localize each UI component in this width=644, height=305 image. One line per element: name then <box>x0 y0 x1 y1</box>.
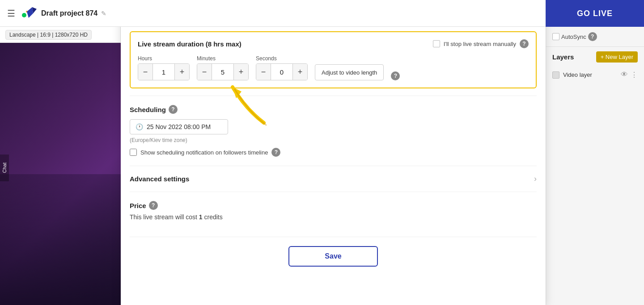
hours-decrement-button[interactable]: − <box>138 64 153 80</box>
calendar-icon: 🕐 <box>136 123 143 130</box>
chat-label: Chat <box>2 163 7 173</box>
hours-input-row: − + <box>138 63 190 80</box>
hours-field: Hours − + <box>138 55 190 80</box>
seconds-input[interactable] <box>271 64 293 80</box>
hours-input[interactable] <box>153 64 175 80</box>
svg-point-0 <box>22 13 26 17</box>
minutes-input[interactable] <box>212 64 234 80</box>
left-preview: Chat <box>0 43 121 305</box>
eye-icon[interactable]: 👁 <box>621 71 628 79</box>
autosync-help-icon[interactable]: ? <box>588 32 597 41</box>
sub-bar: Landscape | 16:9 | 1280x720 HD <box>0 27 121 43</box>
advanced-settings-section[interactable]: Advanced settings › <box>130 166 537 192</box>
layers-header: Layers + New Layer <box>552 51 638 63</box>
layer-name: Video layer <box>563 71 617 78</box>
save-section: Save <box>130 237 537 267</box>
price-help-icon[interactable]: ? <box>149 201 158 210</box>
scheduling-help-icon[interactable]: ? <box>169 105 178 114</box>
duration-section: Live stream duration (8 hrs max) I'll st… <box>130 31 537 88</box>
manual-stop-help-icon[interactable]: ? <box>520 39 529 48</box>
preview-image <box>0 43 121 305</box>
layer-actions: 👁 ⋮ <box>621 71 638 79</box>
duration-inputs: Hours − + Minutes − + Seconds <box>138 55 529 80</box>
autosync-label: AutoSync <box>561 33 586 40</box>
save-button[interactable]: Save <box>288 246 378 267</box>
duration-title: Live stream duration (8 hrs max) <box>138 40 242 48</box>
autosync-section: AutoSync ? <box>552 32 597 41</box>
autosync-checkbox[interactable] <box>552 33 559 40</box>
manual-stop-label: I'll stop live stream manually <box>444 41 516 47</box>
notification-help-icon[interactable]: ? <box>271 148 280 157</box>
top-bar: ☰ Draft project 874 ✎ GO LIVE <box>0 0 644 27</box>
scheduling-title: Scheduling ? <box>130 105 537 114</box>
price-title: Price ? <box>130 201 537 210</box>
duration-header: Live stream duration (8 hrs max) I'll st… <box>138 39 529 48</box>
seconds-field: Seconds − + <box>256 55 308 80</box>
seconds-decrement-button[interactable]: − <box>256 64 271 80</box>
price-credits: 1 <box>199 213 203 221</box>
scheduling-section: Scheduling ? 🕐 25 Nov 2022 08:00 PM (Eur… <box>130 96 537 166</box>
seconds-label: Seconds <box>256 55 308 62</box>
right-panel-header: AutoSync ? <box>546 27 644 47</box>
adjust-to-video-button[interactable]: Adjust to video length <box>315 64 384 80</box>
manual-stop-checkbox[interactable] <box>433 40 440 47</box>
hours-increment-button[interactable]: + <box>175 64 189 80</box>
minutes-decrement-button[interactable]: − <box>197 64 212 80</box>
chevron-right-icon: › <box>534 174 537 184</box>
go-live-button[interactable]: GO LIVE <box>546 0 644 27</box>
layers-title: Layers <box>552 53 574 61</box>
seconds-input-row: − + <box>256 63 308 80</box>
edit-icon[interactable]: ✎ <box>101 10 106 17</box>
minutes-input-row: − + <box>197 63 249 80</box>
layer-thumbnail <box>552 71 559 79</box>
hours-label: Hours <box>138 55 190 62</box>
notification-label: Show scheduling notification on follower… <box>140 149 268 156</box>
modal-dialog: Live stream duration (8 hrs max) I'll st… <box>121 0 546 305</box>
date-value: 25 Nov 2022 08:00 PM <box>147 123 211 130</box>
adjust-help-icon[interactable]: ? <box>391 71 400 80</box>
manual-stop-section: I'll stop live stream manually ? <box>433 39 529 48</box>
notification-checkbox[interactable] <box>130 149 137 156</box>
hamburger-icon[interactable]: ☰ <box>7 8 15 19</box>
chat-tab[interactable]: Chat <box>0 155 9 181</box>
price-text: This live stream will cost 1 credits <box>130 213 537 221</box>
timezone-label: (Europe/Kiev time zone) <box>130 137 537 143</box>
price-section: Price ? This live stream will cost 1 cre… <box>130 192 537 230</box>
logo-icon <box>21 5 37 21</box>
new-layer-button[interactable]: + New Layer <box>596 51 638 63</box>
resolution-badge: Landscape | 16:9 | 1280x720 HD <box>5 30 92 40</box>
minutes-label: Minutes <box>197 55 249 62</box>
right-panel: AutoSync ? Layers + New Layer Video laye… <box>546 27 644 305</box>
advanced-title: Advanced settings <box>130 175 189 183</box>
more-icon[interactable]: ⋮ <box>631 71 638 79</box>
project-title: Draft project 874 <box>41 9 97 17</box>
layer-item: Video layer 👁 ⋮ <box>552 67 638 83</box>
date-input-row[interactable]: 🕐 25 Nov 2022 08:00 PM <box>130 119 228 134</box>
seconds-increment-button[interactable]: + <box>293 64 307 80</box>
minutes-field: Minutes − + <box>197 55 249 80</box>
layers-section: Layers + New Layer Video layer 👁 ⋮ <box>546 47 644 87</box>
notification-row: Show scheduling notification on follower… <box>130 148 537 157</box>
minutes-increment-button[interactable]: + <box>234 64 248 80</box>
